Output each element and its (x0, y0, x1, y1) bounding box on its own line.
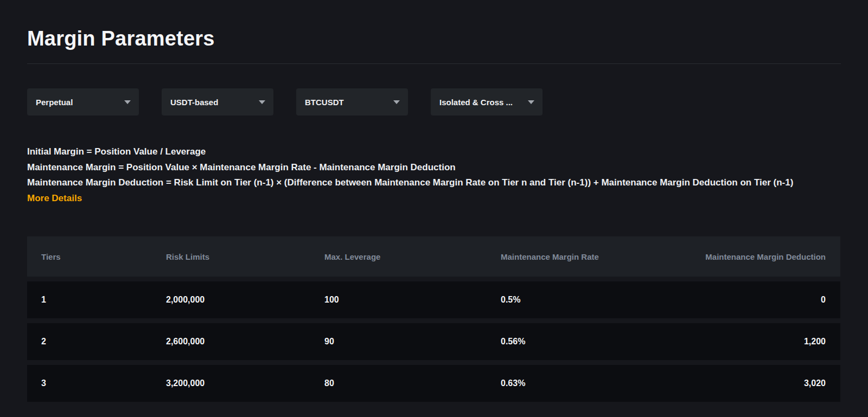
table-header-row: Tiers Risk Limits Max. Leverage Maintena… (27, 236, 840, 277)
column-header-maintenance-margin-rate: Maintenance Margin Rate (501, 252, 656, 261)
column-header-tiers: Tiers (41, 252, 166, 261)
margin-currency-dropdown[interactable]: USDT-based (162, 88, 273, 116)
table-row: 3 3,200,000 80 0.63% 3,020 (27, 365, 840, 402)
divider (27, 63, 841, 64)
margin-mode-dropdown[interactable]: Isolated & Cross ... (431, 88, 542, 116)
cell-risk-limit: 2,000,000 (166, 295, 324, 305)
chevron-down-icon (393, 100, 400, 104)
contract-type-value: Perpetual (36, 98, 73, 107)
cell-risk-limit: 2,600,000 (166, 337, 324, 347)
cell-max-leverage: 90 (324, 337, 501, 347)
margin-mode-value: Isolated & Cross ... (439, 98, 513, 107)
more-details-link[interactable]: More Details (27, 191, 82, 207)
symbol-value: BTCUSDT (305, 98, 344, 107)
cell-max-leverage: 100 (324, 295, 501, 305)
cell-tier: 1 (41, 295, 166, 305)
formula-initial-margin: Initial Margin = Position Value / Levera… (27, 144, 844, 160)
cell-maintenance-margin-deduction: 1,200 (656, 337, 840, 347)
table-row: 2 2,600,000 90 0.56% 1,200 (27, 323, 840, 360)
cell-maintenance-margin-rate: 0.63% (501, 378, 656, 388)
cell-max-leverage: 80 (324, 378, 501, 388)
chevron-down-icon (528, 100, 534, 104)
column-header-max-leverage: Max. Leverage (324, 252, 501, 261)
formula-maintenance-margin-deduction: Maintenance Margin Deduction = Risk Limi… (27, 175, 844, 191)
margin-currency-value: USDT-based (170, 98, 218, 107)
formula-maintenance-margin: Maintenance Margin = Position Value × Ma… (27, 160, 844, 176)
cell-maintenance-margin-deduction: 3,020 (656, 378, 840, 388)
chevron-down-icon (259, 100, 265, 104)
cell-risk-limit: 3,200,000 (166, 378, 324, 388)
contract-type-dropdown[interactable]: Perpetual (27, 88, 139, 116)
cell-maintenance-margin-rate: 0.5% (501, 295, 656, 305)
page-title: Margin Parameters (27, 27, 841, 50)
column-header-maintenance-margin-deduction: Maintenance Margin Deduction (656, 252, 840, 261)
symbol-dropdown[interactable]: BTCUSDT (296, 88, 408, 116)
table-row: 1 2,000,000 100 0.5% 0 (27, 281, 840, 318)
chevron-down-icon (124, 100, 131, 104)
cell-tier: 2 (41, 337, 166, 347)
filter-bar: Perpetual USDT-based BTCUSDT Isolated & … (27, 88, 841, 116)
formula-block: Initial Margin = Position Value / Levera… (27, 144, 844, 206)
cell-tier: 3 (41, 378, 166, 388)
column-header-risk-limits: Risk Limits (166, 252, 324, 261)
cell-maintenance-margin-rate: 0.56% (501, 337, 656, 347)
margin-parameters-page: Margin Parameters Perpetual USDT-based B… (0, 27, 868, 402)
cell-maintenance-margin-deduction: 0 (656, 295, 840, 305)
margin-tiers-table: Tiers Risk Limits Max. Leverage Maintena… (27, 236, 840, 402)
